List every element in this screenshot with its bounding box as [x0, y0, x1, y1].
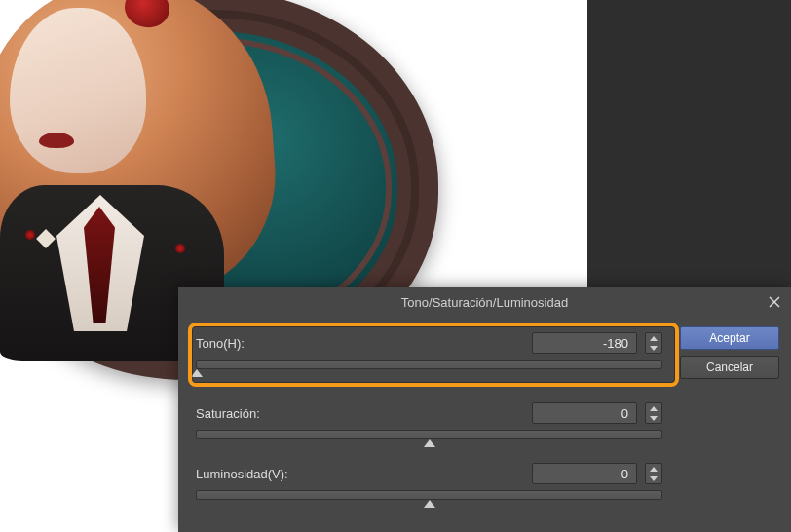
chevron-up-icon [650, 406, 658, 411]
hue-saturation-dialog: Tono/Saturación/Luminosidad Tono(H): -18… [178, 287, 791, 532]
lightness-value-input[interactable]: 0 [532, 463, 637, 484]
saturation-label: Saturación: [196, 406, 260, 421]
hue-spinner-up[interactable] [646, 333, 661, 343]
hue-slider[interactable] [196, 360, 662, 369]
saturation-slider[interactable] [196, 430, 662, 439]
saturation-spinner[interactable] [645, 402, 662, 424]
lightness-label: Luminosidad(V): [196, 467, 288, 481]
close-icon [769, 296, 780, 308]
hue-group: Tono(H): -180 [190, 324, 668, 379]
dialog-titlebar[interactable]: Tono/Saturación/Luminosidad [178, 287, 791, 317]
controls-column: Tono(H): -180 [190, 324, 668, 521]
hue-slider-thumb[interactable] [191, 369, 203, 377]
lightness-slider-thumb[interactable] [424, 500, 435, 508]
saturation-slider-thumb[interactable] [424, 439, 435, 447]
chevron-down-icon [650, 416, 658, 421]
chevron-up-icon [650, 336, 658, 341]
saturation-spinner-up[interactable] [646, 403, 661, 413]
hue-spinner[interactable] [645, 332, 662, 354]
dialog-title: Tono/Saturación/Luminosidad [401, 295, 568, 310]
chevron-up-icon [650, 467, 658, 472]
cancel-button[interactable]: Cancelar [680, 356, 779, 379]
chevron-down-icon [650, 476, 658, 481]
saturation-spinner-down[interactable] [646, 413, 661, 423]
lightness-group: Luminosidad(V): 0 [190, 461, 668, 500]
hue-value-input[interactable]: -180 [532, 332, 637, 354]
saturation-value-input[interactable]: 0 [532, 402, 637, 424]
hue-label: Tono(H): [196, 336, 245, 351]
hue-spinner-down[interactable] [646, 343, 661, 353]
lightness-slider[interactable] [196, 490, 662, 500]
dialog-buttons: Aceptar Cancelar [680, 324, 779, 521]
lightness-spinner-up[interactable] [646, 464, 661, 474]
close-button[interactable] [764, 291, 785, 313]
caret-up-icon [191, 369, 203, 377]
caret-up-icon [424, 439, 435, 447]
lightness-spinner-down[interactable] [646, 474, 661, 483]
lightness-spinner[interactable] [645, 463, 662, 484]
chevron-down-icon [650, 346, 658, 351]
saturation-group: Saturación: 0 [190, 400, 668, 439]
app-background-panel [587, 0, 791, 288]
caret-up-icon [424, 500, 435, 508]
ok-button[interactable]: Aceptar [680, 326, 779, 350]
